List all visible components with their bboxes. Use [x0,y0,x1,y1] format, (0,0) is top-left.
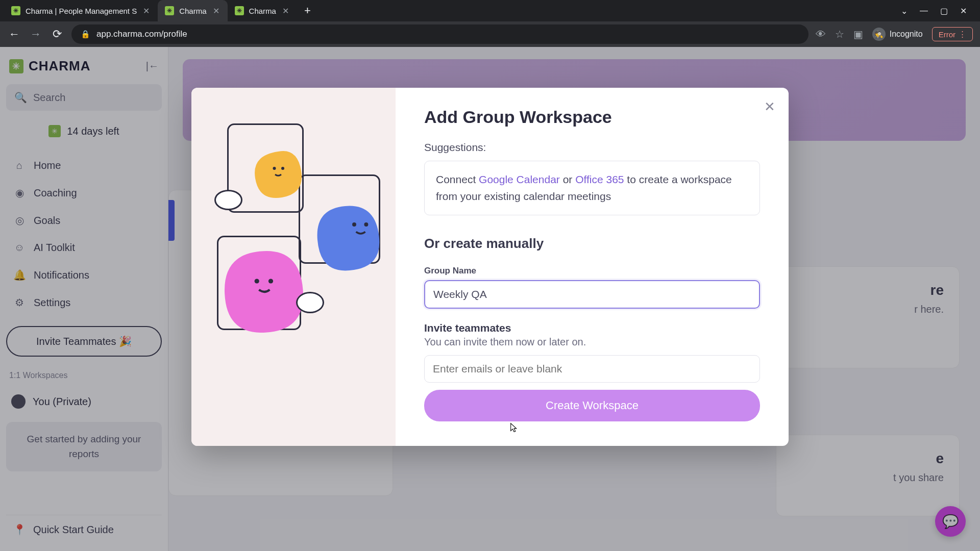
modal-form-panel: ✕ Add Group Workspace Suggestions: Conne… [396,88,789,446]
minimize-icon[interactable]: — [920,6,928,16]
close-icon[interactable]: ✕ [212,6,220,16]
close-icon[interactable]: ✕ [281,6,290,16]
reload-button[interactable]: ⟳ [50,28,64,41]
error-label: Error [939,30,955,39]
svg-point-2 [352,222,356,227]
group-name-input[interactable] [424,280,760,309]
lock-icon: 🔒 [81,30,90,39]
office-365-link[interactable]: Office 365 [575,173,624,185]
group-illustration [207,118,380,333]
svg-point-0 [273,167,276,170]
panel-icon[interactable]: ▣ [853,28,863,40]
suggest-text: Connect [436,173,479,185]
favicon-icon: ✳ [235,6,244,15]
group-name-label: Group Name [424,266,760,276]
svg-point-4 [255,279,259,283]
app-viewport: ✳ CHARMA |← 🔍 Search ✳ 14 days left ⌂ Ho… [0,47,980,551]
modal-title: Add Group Workspace [424,107,760,127]
browser-chrome: ✳ Charma | People Management S ✕ ✳ Charm… [0,0,980,47]
close-icon[interactable]: ✕ [142,6,151,16]
suggest-text: or [560,173,575,185]
forward-button[interactable]: → [29,28,43,41]
invite-emails-input[interactable] [424,355,760,383]
close-window-icon[interactable]: ✕ [960,6,967,16]
error-badge[interactable]: Error ⋮ [932,27,973,41]
create-workspace-button[interactable]: Create Workspace [424,390,760,421]
favicon-icon: ✳ [165,6,174,15]
address-bar: ← → ⟳ 🔒 app.charma.com/profile 👁 ☆ ▣ 🕵 I… [0,21,980,47]
google-calendar-link[interactable]: Google Calendar [479,173,560,185]
browser-tab-1[interactable]: ✳ Charma ✕ [158,0,227,21]
add-workspace-modal: ✕ Add Group Workspace Suggestions: Conne… [191,88,789,446]
window-controls: ⌄ — ▢ ✕ [892,6,976,16]
kebab-icon: ⋮ [959,30,966,39]
svg-point-3 [364,222,368,227]
cursor-icon [509,422,520,434]
incognito-badge[interactable]: 🕵 Incognito [872,28,923,41]
new-tab-button[interactable]: + [297,4,318,17]
invite-teammates-subtext: You can invite them now or later on. [424,336,760,348]
bookmark-icon[interactable]: ☆ [835,28,844,40]
create-label: Create Workspace [546,399,639,412]
favicon-icon: ✳ [11,6,20,15]
modal-overlay[interactable]: ✕ Add Group Workspace Suggestions: Conne… [0,47,980,551]
tab-title: Charma | People Management S [26,7,137,15]
incognito-icon: 🕵 [872,28,886,41]
url-field[interactable]: 🔒 app.charma.com/profile [71,24,808,44]
browser-tab-0[interactable]: ✳ Charma | People Management S ✕ [4,0,158,21]
modal-illustration-panel [191,88,396,446]
tab-title: Charma [249,7,276,15]
suggestions-label: Suggestions: [424,141,760,154]
svg-point-1 [281,167,284,170]
tabs-dropdown-icon[interactable]: ⌄ [901,6,908,16]
url-text: app.charma.com/profile [96,29,187,39]
tab-title: Charma [179,7,206,15]
modal-close-button[interactable]: ✕ [764,99,775,115]
suggestions-box: Connect Google Calendar or Office 365 to… [424,161,760,215]
invite-teammates-label: Invite teammates [424,322,760,334]
tab-bar: ✳ Charma | People Management S ✕ ✳ Charm… [0,0,980,21]
eye-off-icon[interactable]: 👁 [816,29,826,40]
incognito-label: Incognito [890,30,923,39]
svg-point-5 [268,279,273,283]
back-button[interactable]: ← [7,28,21,41]
manual-section-title: Or create manually [424,236,760,252]
maximize-icon[interactable]: ▢ [940,6,948,16]
browser-tab-2[interactable]: ✳ Charma ✕ [228,0,297,21]
